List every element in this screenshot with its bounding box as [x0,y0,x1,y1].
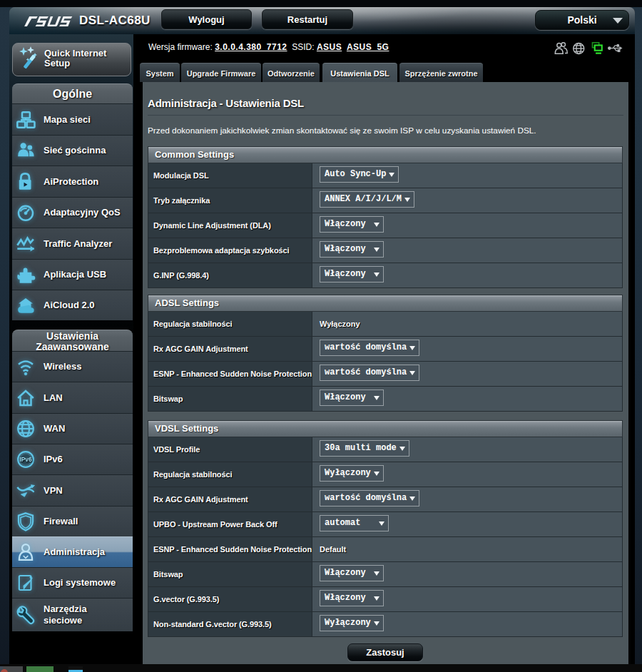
svg-text:IPv6: IPv6 [19,456,32,463]
